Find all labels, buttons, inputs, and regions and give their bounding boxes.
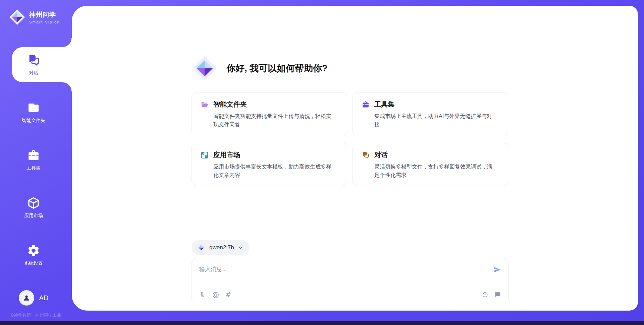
diamond-logo-icon [197,243,206,252]
card-title: 智能文件夹 [213,100,247,109]
card-description: 灵活切换多模型文件，支持多样回复效果调试，满足个性化需求 [374,162,496,179]
hash-icon: # [225,291,231,298]
card-title: 应用市场 [213,150,240,159]
main-content: 你好, 我可以如何帮助你? 智能文件夹 智能文件夹功能支持批量文件上传与清洗，轻… [72,6,638,311]
sidebar-item-app-market[interactable]: 应用市场 [0,190,67,225]
sidebar-item-label: 应用市场 [24,213,43,219]
chat-icon [362,151,370,159]
message-composer: @ # [192,258,508,304]
card-chat[interactable]: 对话 灵活切换多模型文件，支持多样回复效果调试，满足个性化需求 [353,143,508,186]
cube-icon [27,196,40,210]
card-app-market[interactable]: 应用市场 应用市场提供丰富长文本模板，助力高效生成多样化文章内容 [192,143,347,186]
card-description: 集成市场上主流工具，助力AI与外界无缝扩展与对接 [374,112,496,129]
sidebar-item-chat[interactable]: 对话 [0,47,67,82]
sidebar: 神州问学 Smart Vision 对话 智能文件夹 [0,0,72,325]
user-avatar-icon [22,294,31,302]
diamond-logo-icon [9,9,25,25]
window-bottom-edge [0,321,644,325]
new-chat-button[interactable] [494,291,501,298]
card-toolset[interactable]: 工具集 集成市场上主流工具，助力AI与外界无缝扩展与对接 [353,92,508,135]
topic-button[interactable]: # [225,291,231,298]
sidebar-item-smart-folder[interactable]: 智能文件夹 [0,95,67,130]
active-pill [12,47,72,82]
folder-open-icon [201,101,209,109]
sidebar-item-toolset[interactable]: 工具集 [0,142,67,177]
copyright-footer: ©神州数码 · 神州问学出品 [3,312,68,318]
chat-icon [27,54,40,67]
sidebar-item-label: 智能文件夹 [22,118,45,124]
folder-icon [27,101,40,115]
card-description: 应用市场提供丰富长文本模板，助力高效生成多样化文章内容 [213,162,335,179]
feature-cards: 智能文件夹 智能文件夹功能支持批量文件上传与清洗，轻松实现文件问答 工具集 集成… [192,92,508,186]
app-window: 神州问学 Smart Vision 对话 智能文件夹 [0,0,644,325]
greeting-title: 你好, 我可以如何帮助你? [226,62,328,74]
chat-bubble-icon [494,291,501,298]
sidebar-item-label: 工具集 [26,165,41,171]
card-title: 工具集 [374,100,394,109]
history-icon [482,291,488,298]
composer-toolbar: @ # [199,285,501,304]
toolbox-icon [27,149,40,162]
send-button[interactable] [493,266,501,274]
attach-file-button[interactable] [199,291,206,298]
app-logo: 神州问学 Smart Vision [9,9,60,25]
sidebar-item-label: 系统设置 [24,260,43,266]
send-icon [493,266,501,274]
paperclip-icon [199,291,206,298]
diamond-logo-icon [192,55,218,81]
sidebar-item-settings[interactable]: 系统设置 [0,238,67,272]
greeting-block: 你好, 我可以如何帮助你? [192,55,328,81]
user-profile[interactable]: AD [0,290,67,306]
app-subtitle: Smart Vision [29,20,60,24]
gear-icon [27,244,40,257]
sidebar-item-label: 对话 [29,70,38,76]
model-name: qwen2:7b [209,244,234,251]
model-selector[interactable]: qwen2:7b [192,240,250,255]
grid-icon [201,151,209,159]
card-description: 智能文件夹功能支持批量文件上传与清洗，轻松实现文件问答 [213,112,335,129]
at-icon: @ [212,291,219,298]
app-name: 神州问学 [29,10,60,19]
chevron-down-icon [238,245,243,250]
avatar [19,290,34,306]
sidebar-nav: 对话 智能文件夹 工具集 [0,47,72,285]
mention-button[interactable]: @ [212,291,219,298]
message-input[interactable] [199,264,471,275]
card-smart-folder[interactable]: 智能文件夹 智能文件夹功能支持批量文件上传与清洗，轻松实现文件问答 [192,92,347,135]
card-title: 对话 [374,150,388,159]
user-name: AD [39,294,49,302]
toolbox-icon [362,101,370,109]
history-button[interactable] [482,291,488,298]
